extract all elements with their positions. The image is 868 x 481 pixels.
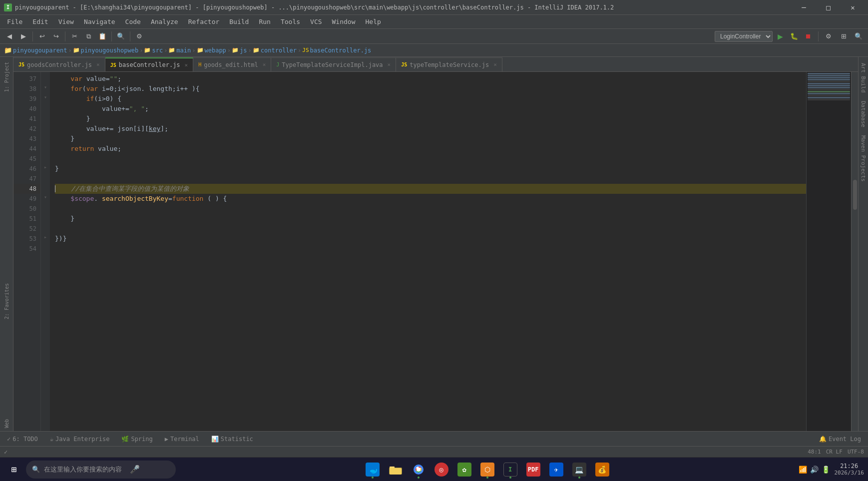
vertical-scrollbar[interactable] [851, 72, 858, 431]
start-button[interactable]: ⊞ [4, 460, 24, 480]
tab-close-html[interactable]: × [263, 61, 266, 68]
taskbar-app-6[interactable]: ⬡ [477, 460, 497, 480]
toolbar-undo-button[interactable]: ↩ [35, 30, 48, 42]
status-no-problems[interactable]: ✓ [4, 449, 9, 456]
taskbar-app-pdf[interactable]: PDF [523, 460, 543, 480]
code-line-49[interactable]: $scope. searchObjectByKey=function ( ) { [55, 194, 806, 204]
code-line-40[interactable]: value+=", "; [55, 104, 806, 114]
menu-help[interactable]: Help [361, 16, 386, 27]
fold-39[interactable]: ▾ [41, 92, 50, 102]
taskbar-app-10[interactable]: 💻 [569, 460, 589, 480]
toolbar-back-button[interactable]: ◀ [3, 30, 16, 42]
fold-47[interactable] [41, 172, 50, 182]
menu-code[interactable]: Code [120, 16, 146, 27]
fold-37[interactable] [41, 72, 50, 82]
tray-network-icon[interactable]: 📶 [799, 466, 807, 474]
menu-build[interactable]: Build [224, 16, 254, 27]
menu-window[interactable]: Window [327, 16, 361, 27]
taskbar-clock[interactable]: 21:26 2026/3/16 [834, 463, 864, 476]
tab-goods-edit-html[interactable]: H goods_edit.html × [193, 57, 271, 71]
menu-file[interactable]: File [2, 16, 27, 27]
menu-analyze[interactable]: Analyze [146, 16, 183, 27]
taskbar-app-chrome[interactable] [409, 460, 429, 480]
tab-close-goods[interactable]: × [96, 61, 100, 68]
bottom-tab-todo[interactable]: ✓ 6: TODO [2, 433, 43, 446]
tab-close-base[interactable]: × [185, 62, 188, 68]
tab-typetemplateserviceimpl[interactable]: J TypeTemplateServiceImpl.java × [271, 57, 396, 71]
close-button[interactable]: ✕ [842, 0, 864, 15]
code-line-53[interactable]: })} [55, 234, 806, 244]
taskbar-app-11[interactable]: 💰 [592, 460, 612, 480]
code-line-47[interactable] [55, 174, 806, 184]
scroll-thumb[interactable] [853, 180, 857, 210]
breadcrumb-js[interactable]: js [240, 47, 247, 54]
toolbar-cut-button[interactable]: ✂ [68, 30, 81, 42]
fold-40[interactable] [41, 102, 50, 112]
breadcrumb-controller[interactable]: controller [261, 47, 297, 54]
minimize-button[interactable]: ─ [793, 0, 815, 15]
code-line-38[interactable]: for(var i=0;i<json. length;i++ ){ [55, 84, 806, 94]
fold-48[interactable] [41, 182, 50, 192]
run-button[interactable]: ▶ [774, 30, 787, 42]
bottom-tab-statistic[interactable]: 📊 Statistic [206, 433, 258, 446]
run-config-dropdown[interactable]: LoginController [715, 31, 773, 42]
tab-basecontroller[interactable]: JS baseController.js × [105, 57, 194, 71]
fold-54[interactable] [41, 242, 50, 252]
tab-typetemplateservice-js[interactable]: JS typeTemplateService.js × [396, 57, 502, 71]
fold-45[interactable] [41, 152, 50, 162]
status-line-sep[interactable]: CR LF [826, 449, 843, 455]
breadcrumb-file[interactable]: baseController.js [310, 47, 372, 54]
sidebar-project-icon[interactable]: 1: Project [0, 59, 12, 95]
menu-tools[interactable]: Tools [276, 16, 305, 27]
taskbar-app-edge[interactable] [363, 460, 383, 480]
taskbar-app-idea[interactable]: I [500, 460, 520, 480]
sidebar-favorites-icon[interactable]: 2: Favorites [0, 280, 12, 322]
right-sidebar-database[interactable]: Database [859, 97, 868, 131]
sidebar-web-icon[interactable]: Web [0, 416, 12, 431]
status-encoding[interactable]: UTF-8 [848, 449, 864, 455]
code-area[interactable]: var value=""; for(var i=0;i<json. length… [50, 72, 806, 431]
fold-51[interactable] [41, 212, 50, 222]
code-line-50[interactable] [55, 204, 806, 214]
tab-goodscontroller[interactable]: JS goodsController.js × [13, 57, 105, 71]
tray-battery-icon[interactable]: 🔋 [822, 466, 830, 474]
right-sidebar-maven[interactable]: Maven Projects [859, 131, 868, 186]
code-line-44[interactable]: return value; [55, 144, 806, 154]
fold-43[interactable] [41, 132, 50, 142]
menu-vcs[interactable]: VCS [305, 16, 327, 27]
code-line-51[interactable]: } [55, 214, 806, 224]
toolbar-copy-button[interactable]: ⧉ [82, 30, 95, 42]
taskbar-app-5[interactable]: ✿ [454, 460, 474, 480]
bottom-tab-java-enterprise[interactable]: ☕ Java Enterprise [45, 433, 115, 446]
code-line-39[interactable]: if(i>0) { [55, 94, 806, 104]
code-line-37[interactable]: var value=""; [55, 74, 806, 84]
code-line-52[interactable] [55, 224, 806, 234]
bottom-tab-terminal[interactable]: ▶ Terminal [160, 433, 204, 446]
status-position[interactable]: 48:1 [808, 449, 821, 455]
taskbar-app-9[interactable]: ✈ [546, 460, 566, 480]
taskbar-search-box[interactable]: 🔍 在这里输入你要搜索的内容 🎤 [26, 461, 176, 479]
taskbar-app-red[interactable]: ◎ [432, 460, 451, 480]
right-sidebar-art-build[interactable]: Art Build [859, 59, 868, 97]
code-line-42[interactable]: value+= json[i][key]; [55, 124, 806, 134]
fold-44[interactable] [41, 142, 50, 152]
editor-content[interactable]: 37 38 39 40 41 42 43 44 45 46 47 48 49 5… [13, 72, 858, 431]
stop-button[interactable]: ⏹ [802, 30, 815, 42]
toolbar-find-button[interactable]: 🔍 [114, 30, 127, 42]
fold-42[interactable] [41, 122, 50, 132]
event-log-button[interactable]: 🔔 Event Log [814, 433, 866, 446]
code-line-45[interactable] [55, 154, 806, 164]
fold-50[interactable] [41, 202, 50, 212]
fold-49[interactable]: ▾ [41, 192, 50, 202]
tab-close-ts[interactable]: × [493, 61, 497, 68]
breadcrumb-src[interactable]: src [152, 47, 163, 54]
fold-38[interactable]: ▾ [41, 82, 50, 92]
code-line-46[interactable]: } [55, 164, 806, 174]
breadcrumb-main[interactable]: main [176, 47, 191, 54]
menu-run[interactable]: Run [254, 16, 275, 27]
toolbar-grid-button[interactable]: ⊞ [837, 30, 850, 42]
menu-view[interactable]: View [53, 16, 79, 27]
code-line-43[interactable]: } [55, 134, 806, 144]
menu-navigate[interactable]: Navigate [79, 16, 120, 27]
fold-46[interactable]: ▸ [41, 162, 50, 172]
